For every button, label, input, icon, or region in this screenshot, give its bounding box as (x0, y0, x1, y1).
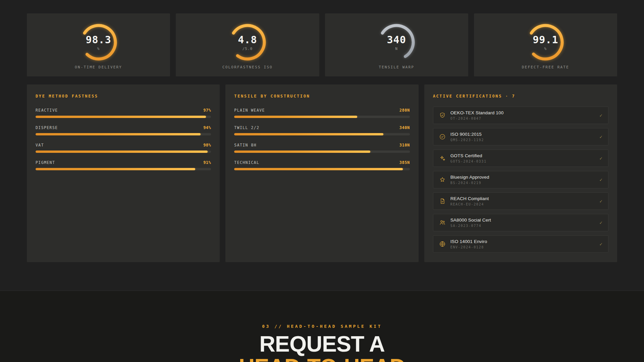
gauge-label: ON-TIME DELIVERY (75, 65, 122, 69)
bar-value: 385N (399, 160, 410, 165)
cta-headline-line1: REQUEST A (0, 334, 644, 354)
gauge-label: DEFECT-FREE RATE (522, 65, 569, 69)
gauge-label: TENSILE WARP (379, 65, 414, 69)
bar-track (234, 116, 410, 118)
gauge-label: COLORFASTNESS ISO (222, 65, 273, 69)
certification-code: GOTS-2024-0331 (450, 160, 487, 163)
bar-fill (36, 168, 195, 170)
metric-bar: SATIN 8H 310N (234, 143, 410, 153)
bar-fill (36, 116, 206, 118)
shield-check-icon (439, 112, 446, 119)
certification-row: REACH Compliant REACH-EU-2024 ✓ (433, 192, 608, 210)
bar-label: PIGMENT (36, 160, 55, 165)
check-icon: ✓ (600, 113, 602, 118)
bar-value: 94% (203, 125, 211, 130)
cta-section: 03 // HEAD-TO-HEAD SAMPLE KIT REQUEST A … (0, 291, 644, 362)
users-icon (439, 219, 446, 226)
check-icon: ✓ (600, 156, 602, 161)
bar-label: PLAIN WEAVE (234, 108, 265, 113)
certification-row: ISO 14001 Enviro ENV-2024-0128 ✓ (433, 235, 608, 253)
certification-row: Bluesign Approved BS-2024-0219 ✓ (433, 171, 608, 188)
tensile-by-construction-panel: TENSILE BY CONSTRUCTION PLAIN WEAVE 280N… (225, 84, 418, 262)
gauge-value: 340 (387, 34, 406, 46)
certification-name: Bluesign Approved (450, 175, 489, 180)
certification-name: ISO 9001:2015 (450, 132, 484, 137)
panel-title: ACTIVE CERTIFICATIONS · 7 (433, 94, 608, 99)
metric-bar: PIGMENT 91% (36, 160, 211, 170)
circle-check-icon (439, 133, 446, 140)
cta-headline-line2: HEAD-TO-HEAD (0, 356, 644, 362)
bar-value: 280N (399, 108, 410, 113)
detail-panel-row: DYE METHOD FASTNESS REACTIVE 97% DISPERS… (27, 84, 617, 258)
bar-track (36, 116, 211, 118)
certification-code: OT-2024-0847 (450, 117, 504, 120)
dye-method-fastness-panel: DYE METHOD FASTNESS REACTIVE 97% DISPERS… (27, 84, 220, 262)
bar-fill (36, 133, 201, 135)
metric-bar: TECHNICAL 385N (234, 160, 410, 170)
gauge-unit: % (97, 47, 100, 51)
gauge-unit: % (544, 47, 547, 51)
file-check-icon (439, 198, 446, 204)
certification-code: QMS-2023-1192 (450, 138, 484, 142)
bar-track (36, 168, 211, 170)
bar-label: TWILL 2/2 (234, 125, 259, 130)
bar-track (234, 168, 410, 170)
check-icon: ✓ (600, 241, 602, 247)
certification-name: REACH Compliant (450, 196, 489, 201)
gauge-value: 98.3 (86, 34, 111, 46)
globe-icon (439, 241, 446, 247)
bar-fill (234, 116, 357, 118)
bar-label: VAT (36, 143, 44, 147)
certification-name: ISO 14001 Enviro (450, 239, 487, 244)
certification-code: SA-2023-0774 (450, 224, 491, 228)
certification-row: OEKO-TEX Standard 100 OT-2024-0847 ✓ (433, 107, 608, 124)
globe-icon (439, 241, 446, 247)
star-icon (439, 176, 446, 183)
bar-track (234, 150, 410, 153)
kpi-gauge-card: 340 N TENSILE WARP (325, 13, 468, 76)
users-icon (439, 219, 446, 226)
certification-code: REACH-EU-2024 (450, 202, 489, 206)
bar-fill (36, 150, 208, 153)
metric-bar: PLAIN WEAVE 280N (234, 108, 410, 118)
gauge-unit: N (395, 47, 398, 51)
gauge-value: 99.1 (533, 34, 558, 46)
bar-value: 97% (203, 108, 211, 113)
bar-value: 310N (399, 143, 410, 147)
certification-row: ISO 9001:2015 QMS-2023-1192 ✓ (433, 128, 608, 145)
kpi-gauge-row: 98.3 % ON-TIME DELIVERY 4.8 /5.0 COLORFA… (27, 13, 617, 76)
certification-code: ENV-2024-0128 (450, 245, 487, 249)
kpi-gauge-card: 98.3 % ON-TIME DELIVERY (27, 13, 170, 76)
bar-fill (234, 133, 383, 135)
metric-bar: TWILL 2/2 340N (234, 125, 410, 135)
kpi-gauge-card: 99.1 % DEFECT-FREE RATE (474, 13, 617, 76)
bar-value: 340N (399, 125, 410, 130)
certification-name: SA8000 Social Cert (450, 218, 491, 223)
kpi-gauge-card: 4.8 /5.0 COLORFASTNESS ISO (176, 13, 319, 76)
gauge-unit: /5.0 (243, 47, 253, 51)
bar-value: 91% (203, 160, 211, 165)
panel-title: DYE METHOD FASTNESS (36, 94, 211, 99)
circle-check-icon (439, 133, 446, 140)
certification-code: BS-2024-0219 (450, 181, 489, 185)
bar-label: DISPERSE (36, 125, 58, 130)
bar-track (234, 133, 410, 135)
file-check-icon (439, 198, 446, 204)
cta-eyebrow: 03 // HEAD-TO-HEAD SAMPLE KIT (0, 324, 644, 329)
bar-fill (234, 168, 402, 170)
bar-label: TECHNICAL (234, 160, 259, 165)
bar-track (36, 150, 211, 153)
sparkles-icon (439, 155, 446, 162)
gauge-value: 4.8 (238, 34, 257, 46)
bar-label: REACTIVE (36, 108, 58, 113)
metric-bar: DISPERSE 94% (36, 125, 211, 135)
certification-name: OEKO-TEX Standard 100 (450, 110, 504, 115)
check-icon: ✓ (600, 220, 602, 225)
bar-label: SATIN 8H (234, 143, 257, 147)
sparkles-icon (439, 155, 446, 162)
certification-row: GOTS Certified GOTS-2024-0331 ✓ (433, 149, 608, 167)
metric-bar: VAT 98% (36, 143, 211, 153)
check-icon: ✓ (600, 134, 602, 139)
check-icon: ✓ (600, 198, 602, 204)
certification-name: GOTS Certified (450, 153, 487, 158)
